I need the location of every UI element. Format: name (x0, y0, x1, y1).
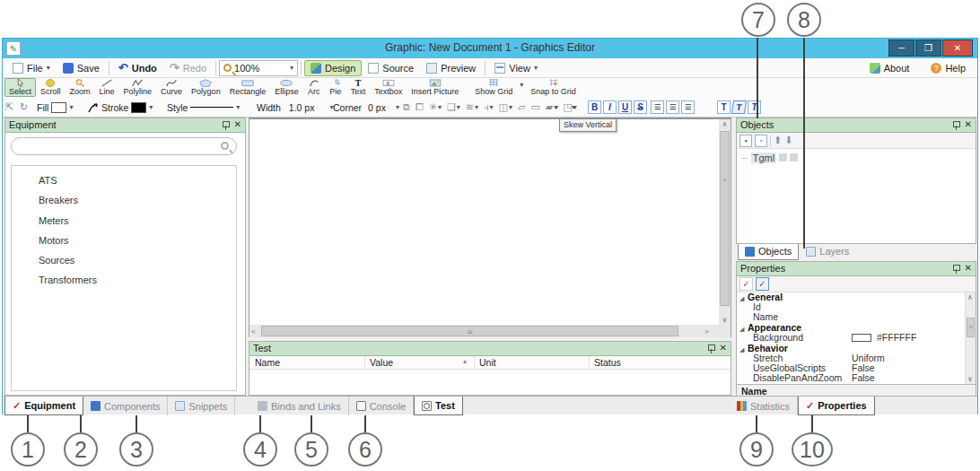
close-icon[interactable]: ✕ (965, 119, 972, 129)
prop-key[interactable]: DisablePanAndZoom (753, 373, 842, 383)
tool-rectangle[interactable]: Rectangle (225, 78, 271, 97)
corner-picker[interactable]: Corner 0 px ▾ (333, 100, 399, 114)
design-mode-button[interactable]: Design (304, 60, 362, 76)
column-name[interactable]: Name (255, 357, 280, 368)
scroll-left-icon[interactable]: < (251, 327, 256, 336)
column-value[interactable]: Value (370, 357, 393, 368)
align-right-button[interactable]: ☰ (681, 100, 695, 114)
distribute-icon[interactable]: ◫▾ (499, 101, 512, 113)
close-icon[interactable]: ✕ (720, 343, 727, 353)
tab-properties[interactable]: ✓ Properties (798, 397, 875, 415)
expand-all-button[interactable]: ▫ (755, 135, 767, 147)
close-icon[interactable]: ✕ (965, 263, 972, 273)
pin-icon[interactable] (952, 121, 959, 130)
text-skew-horizontal-button[interactable]: T (717, 100, 731, 114)
close-button[interactable]: ✕ (942, 39, 973, 57)
stroke-picker[interactable]: Stroke ▾ (88, 100, 153, 114)
tool-insert-picture[interactable]: Insert Picture (407, 78, 463, 97)
tool-polygon[interactable]: Polygon (187, 78, 225, 97)
properties-scrollbar[interactable]: ∧ ≡ ∨ (965, 292, 976, 384)
tab-console[interactable]: Console (349, 397, 414, 415)
source-mode-button[interactable]: Source (362, 60, 420, 76)
column-unit[interactable]: Unit (479, 357, 496, 368)
drawing-canvas[interactable] (249, 118, 731, 337)
skew-h-icon[interactable]: ▱ (518, 101, 525, 113)
tab-test[interactable]: Test (414, 397, 463, 415)
list-item[interactable]: Transformers (39, 275, 97, 285)
maximize-button[interactable]: ❐ (915, 39, 941, 57)
alphabetical-view-button[interactable]: ✓ (756, 277, 769, 291)
scrollbar-thumb[interactable]: ш (261, 326, 678, 336)
tool-select[interactable]: Select (4, 78, 36, 97)
prop-value[interactable]: False (852, 373, 875, 383)
column-status[interactable]: Status (594, 357, 621, 368)
tool-polyline[interactable]: Polyline (119, 78, 157, 97)
tool-show-grid[interactable]: Show Grid (470, 78, 517, 97)
tool-line[interactable]: Line (95, 78, 119, 97)
tool-curve[interactable]: Curve (156, 78, 187, 97)
rotate-free-icon[interactable]: ↻ (20, 100, 28, 114)
help-button[interactable]: ? Help (924, 60, 972, 76)
scroll-up-icon[interactable]: ∧ (967, 293, 973, 301)
collapse-all-button[interactable]: ▪ (739, 135, 752, 147)
about-button[interactable]: About (863, 60, 916, 76)
redo-button[interactable]: ↷ Redo (163, 60, 213, 76)
list-item[interactable]: Meters (39, 215, 69, 226)
scrollbar-thumb[interactable]: ≡ (967, 318, 975, 337)
tool-text[interactable]: T Text (346, 78, 371, 97)
align-left-button[interactable]: ☰ (651, 100, 664, 114)
italic-button[interactable]: I (603, 100, 617, 114)
scroll-down-icon[interactable]: ∨ (719, 316, 731, 324)
prop-key[interactable]: Name (753, 312, 778, 322)
view-menu[interactable]: View▾ (488, 60, 544, 76)
tab-equipment[interactable]: ✓ Equipment (4, 397, 83, 415)
underline-button[interactable]: U (618, 100, 632, 114)
tab-statistics[interactable]: Statistics (730, 397, 798, 415)
canvas-vertical-scrollbar[interactable]: ∧ ≡ ∨ (719, 119, 731, 325)
width-picker[interactable]: Width 1.0 px ▾ (257, 100, 333, 114)
tool-ellipse[interactable]: Ellipse (270, 78, 303, 97)
list-item[interactable]: Motors (39, 235, 69, 246)
align-center-button[interactable]: ☰ (666, 100, 679, 114)
background-color-swatch[interactable] (852, 334, 871, 342)
tab-snippets[interactable]: Snippets (168, 397, 235, 415)
group-icon[interactable]: ⧉ (403, 101, 410, 113)
tab-components[interactable]: Components (83, 397, 168, 415)
undo-button[interactable]: ↶ Undo (112, 60, 163, 76)
tab-binds-and-links[interactable]: Binds and Links (250, 397, 349, 415)
scrollbar-thumb[interactable]: ≡ (720, 131, 730, 306)
rotate-icon[interactable]: ✳▾ (429, 101, 442, 113)
scroll-down-icon[interactable]: ∨ (967, 375, 973, 383)
list-item[interactable]: Sources (39, 255, 74, 266)
ungroup-icon[interactable]: ⧠ (416, 101, 424, 113)
close-icon[interactable]: ✕ (234, 119, 241, 129)
categorized-view-button[interactable]: ✓ (739, 277, 753, 291)
tree-item-tgml[interactable]: ┈ Tgml (742, 153, 798, 164)
pin-icon[interactable] (222, 121, 229, 130)
tool-pie[interactable]: Pie (325, 78, 346, 97)
tab-layers[interactable]: Layers (799, 244, 856, 260)
scroll-up-icon[interactable]: ∧ (719, 120, 731, 128)
preview-mode-button[interactable]: Preview (420, 60, 482, 76)
text-skew-vertical-button[interactable]: T (731, 100, 747, 114)
scroll-right-icon[interactable]: > (704, 327, 709, 336)
align-icon[interactable]: ≋▾ (466, 101, 478, 113)
minimize-button[interactable]: ─ (888, 39, 914, 57)
bold-button[interactable]: B (588, 100, 601, 114)
save-button[interactable]: Save (57, 60, 106, 76)
move-up-icon[interactable]: ⬆ (774, 135, 782, 146)
tool-textbox[interactable]: a Textbox (370, 78, 407, 97)
file-menu[interactable]: File▾ (6, 60, 57, 76)
order-icon[interactable]: ❏▾ (447, 101, 460, 113)
list-item[interactable]: Breakers (39, 195, 78, 205)
flip-icon[interactable]: ⫞▾ (484, 101, 494, 113)
list-item[interactable]: ATS (39, 175, 57, 186)
tool-snap-to-grid[interactable]: Snap to Grid (526, 78, 581, 97)
tool-zoom[interactable]: Zoom (66, 78, 95, 97)
strikethrough-button[interactable]: S (634, 100, 647, 114)
zoom-level-combo[interactable]: 100% ▾ (219, 60, 298, 76)
tool-scroll[interactable]: Scroll (36, 78, 66, 97)
prop-key[interactable]: Background (753, 333, 803, 343)
style-picker[interactable]: Style ▾ (167, 100, 240, 114)
text-italic-skew-button[interactable]: T (748, 100, 761, 114)
